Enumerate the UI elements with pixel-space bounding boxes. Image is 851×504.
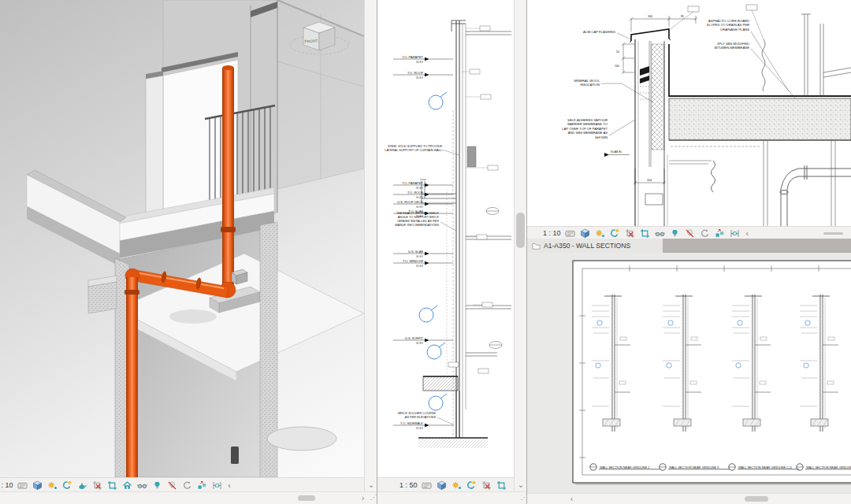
- svg-text:T.O. ROOF: T.O. ROOF: [407, 191, 424, 195]
- shadows-icon[interactable]: [610, 228, 621, 239]
- shadows-icon[interactable]: [466, 480, 478, 491]
- revit-window: FRONT ⌄ 1 : 10 ‹ › ⋰: [0, 0, 851, 504]
- note-steel-stud: STEEL STUD SUPPLIED TO PROVIDE LATERAL S…: [381, 144, 442, 152]
- svg-text:U.S. SLAB: U.S. SLAB: [408, 250, 423, 254]
- sheet-icon: [532, 242, 541, 250]
- wall-type-tags: [486, 208, 502, 349]
- spot-elevations: T.O. PARAPETELEV T.O. ROOFELEV T.O. PARA…: [393, 55, 453, 430]
- view-tab-bar: A1-A350 - WALL SECTIONS: [527, 239, 851, 253]
- collapse-bar-icon[interactable]: ‹: [745, 229, 750, 238]
- svg-text:WALL SECTION NEAR GRIDLINE 6: WALL SECTION NEAR GRIDLINE 6: [806, 465, 851, 469]
- sheet-view-hscrollbar[interactable]: ‹: [527, 493, 851, 504]
- svg-text:T.O. WINDOW: T.O. WINDOW: [403, 259, 423, 263]
- resize-grip[interactable]: ⋰: [370, 494, 376, 501]
- visual-style-icon[interactable]: [32, 480, 43, 491]
- displacement-set-icon[interactable]: [715, 228, 726, 239]
- collapse-bar-icon[interactable]: ‹: [227, 481, 232, 490]
- wall-stub: [88, 276, 117, 313]
- crop-region-icon[interactable]: [107, 480, 118, 491]
- hscroll-thumb[interactable]: [745, 496, 768, 502]
- svg-text:T.O. ROOF: T.O. ROOF: [407, 71, 424, 75]
- detail-level-icon[interactable]: [565, 228, 576, 239]
- annotation-asphaltic-core: ASPHALTIC CORE BOARD SLOPED TO DRAIN AS …: [682, 19, 749, 32]
- sun-path-icon[interactable]: [47, 480, 58, 491]
- undo-view-icon[interactable]: [182, 480, 193, 491]
- svg-text:T.O. SIDEWALK: T.O. SIDEWALK: [400, 421, 423, 425]
- left-parapet: [27, 170, 126, 266]
- section-view-canvas[interactable]: T.O. PARAPETELEV T.O. ROOFELEV T.O. PARA…: [377, 0, 514, 477]
- home-orientation-icon[interactable]: [122, 480, 133, 491]
- crop-view-off-icon[interactable]: [92, 480, 103, 491]
- sun-path-icon[interactable]: [452, 480, 463, 491]
- reveal-constraints-icon[interactable]: [212, 480, 223, 491]
- detail-level-icon[interactable]: [17, 480, 28, 491]
- reveal-hidden-elements-icon[interactable]: [670, 228, 681, 239]
- hscroll-thumb[interactable]: [298, 495, 315, 501]
- 3d-view-vscrollbar[interactable]: ⌄: [364, 0, 377, 491]
- viewcube-front-label: FRONT: [304, 38, 318, 43]
- svg-text:ELEV: ELEV: [416, 196, 423, 199]
- visual-style-icon[interactable]: [580, 228, 591, 239]
- scale-button[interactable]: 1 : 10: [543, 229, 561, 237]
- scale-button[interactable]: 1 : 10: [0, 481, 13, 489]
- svg-text:ELEV: ELEV: [416, 427, 423, 430]
- crop-region-icon[interactable]: [640, 228, 651, 239]
- svg-text:ELEV: ELEV: [416, 61, 423, 64]
- svg-text:T.O. PARAPET: T.O. PARAPET: [402, 55, 423, 59]
- crop-view-off-icon[interactable]: [481, 480, 492, 491]
- tab-sheet-a1-a350[interactable]: A1-A350 - WALL SECTIONS: [527, 239, 663, 253]
- section-view-hscrollbar[interactable]: ⋰: [377, 491, 527, 504]
- svg-text:160: 160: [615, 65, 619, 68]
- 3d-view-hscrollbar[interactable]: › ⋰: [0, 491, 377, 504]
- shadows-icon[interactable]: [62, 480, 73, 491]
- annotation-mineral-wool: MINERAL WOOL INSULATION: [549, 79, 600, 87]
- temporary-view-properties-icon[interactable]: [685, 228, 696, 239]
- svg-text:U.S. SOFFIT: U.S. SOFFIT: [405, 336, 424, 340]
- svg-text:ELEV: ELEV: [416, 342, 423, 345]
- svg-text:WALL SECTION NEAR GRIDLINE C-D: WALL SECTION NEAR GRIDLINE C-D: [738, 465, 792, 469]
- svg-text:ELEV: ELEV: [416, 206, 423, 209]
- 3d-view-canvas[interactable]: FRONT: [0, 0, 364, 477]
- vscroll-thumb[interactable]: [516, 213, 525, 248]
- scroll-down-arrow-icon[interactable]: ⌄: [365, 480, 377, 491]
- sun-path-icon[interactable]: [595, 228, 606, 239]
- reveal-hidden-elements-icon[interactable]: [152, 480, 163, 491]
- svg-text:344: 344: [648, 15, 652, 18]
- svg-text:50: 50: [616, 50, 619, 54]
- svg-text:SLAB EL: SLAB EL: [611, 150, 622, 154]
- scroll-left-arrow-icon[interactable]: ‹: [570, 494, 573, 504]
- svg-text:ELEV: ELEV: [416, 255, 423, 258]
- resize-grip: ⋰: [521, 494, 526, 501]
- sheet-view-canvas[interactable]: WALL SECTION NEAR GRIDLINE 2 WALL SECTIO…: [527, 253, 851, 493]
- 3d-view-control-bar: 1 : 10 ‹: [0, 477, 364, 492]
- visual-style-icon[interactable]: [437, 480, 448, 491]
- detail-level-icon[interactable]: [422, 480, 433, 491]
- section-view-control-bar: 1 : 50: [377, 477, 514, 492]
- bar-scroll-thumb[interactable]: [823, 232, 843, 235]
- temporary-hide-isolate-icon[interactable]: [655, 228, 666, 239]
- svg-text:85: 85: [681, 15, 684, 18]
- svg-text:204: 204: [647, 179, 652, 182]
- detail-callouts[interactable]: [419, 92, 447, 410]
- undo-view-icon[interactable]: [700, 228, 711, 239]
- scale-button[interactable]: 1 : 50: [399, 481, 418, 489]
- wall-section-drawing: T.O. PARAPETELEV T.O. ROOFELEV T.O. PARA…: [377, 0, 514, 477]
- svg-text:U.S. ROOF DECK: U.S. ROOF DECK: [397, 200, 423, 204]
- scroll-right-arrow-icon[interactable]: ›: [362, 493, 364, 503]
- section-view-vscrollbar[interactable]: ⌄: [514, 0, 527, 491]
- show-rendering-icon[interactable]: [77, 480, 88, 491]
- displacement-set-icon[interactable]: [197, 480, 208, 491]
- svg-text:ELEV: ELEV: [416, 187, 423, 190]
- crop-region-icon[interactable]: [496, 480, 507, 491]
- scroll-down-arrow-icon[interactable]: ⌄: [515, 480, 527, 491]
- temporary-view-properties-icon[interactable]: [167, 480, 178, 491]
- temporary-hide-isolate-icon[interactable]: [137, 480, 148, 491]
- crop-view-off-icon[interactable]: [625, 228, 636, 239]
- detail-view-canvas[interactable]: 344 85 50 160 204: [527, 0, 851, 226]
- annotation-sbs-membrane: 2PLY SBS MODIFIED BITUMEN MEMBRANE: [685, 42, 749, 50]
- svg-text:WALL SECTION NEAR GRIDLINE 2: WALL SECTION NEAR GRIDLINE 2: [600, 465, 649, 469]
- electrical-box: [231, 447, 239, 464]
- reveal-constraints-icon[interactable]: [730, 228, 741, 239]
- svg-text:T.O. PARAPET: T.O. PARAPET: [402, 181, 423, 185]
- annotation-acm-cap: ACM CAP FLASHING: [549, 30, 615, 34]
